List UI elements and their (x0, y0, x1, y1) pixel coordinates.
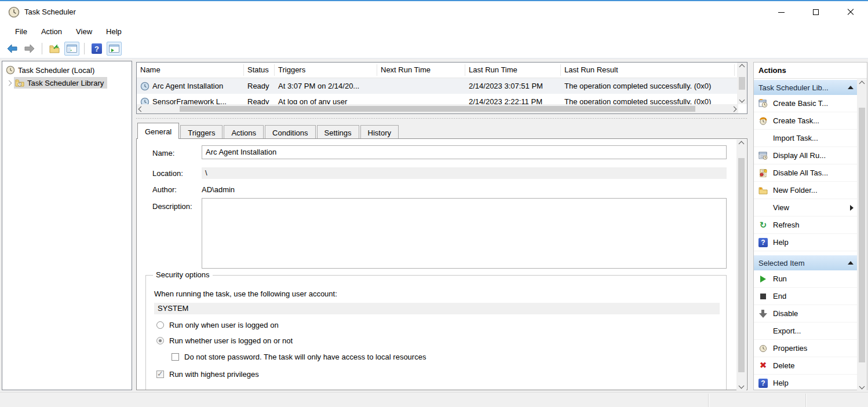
scrollbar-thumb[interactable] (180, 106, 695, 112)
scrollbar-thumb[interactable] (738, 158, 745, 372)
scroll-up-icon[interactable] (859, 81, 865, 87)
column-header-name[interactable]: Name (137, 64, 244, 76)
checkbox-unchecked-icon[interactable] (172, 353, 179, 361)
end-icon (758, 292, 768, 301)
action-properties[interactable]: Properties (754, 340, 858, 357)
menu-view[interactable]: View (69, 25, 99, 38)
run-highest-privileges-option[interactable]: Run with highest privileges (156, 370, 259, 379)
action-refresh[interactable]: ↻ Refresh (754, 217, 858, 234)
checkbox-checked-icon[interactable] (156, 371, 164, 378)
action-disable[interactable]: Disable (754, 305, 858, 322)
run-only-logged-on-option[interactable]: Run only when user is logged on (156, 321, 279, 329)
action-end[interactable]: End (754, 288, 858, 305)
menu-bar: File Action View Help (0, 23, 868, 39)
radio-unchecked-icon[interactable] (156, 321, 164, 329)
radio-checked-icon[interactable] (156, 337, 164, 344)
folder-clock-icon (15, 78, 24, 87)
task-list-horizontal-scrollbar[interactable] (137, 104, 738, 113)
expand-chevron-icon[interactable] (6, 80, 12, 86)
tab-history[interactable]: History (360, 125, 399, 139)
column-header-status[interactable]: Status (244, 64, 275, 76)
scroll-right-icon[interactable] (731, 106, 737, 112)
column-header-last-run-result[interactable]: Last Run Result (561, 64, 735, 76)
task-name: Arc Agent Installation (152, 78, 223, 94)
action-new-folder[interactable]: New Folder... (754, 182, 858, 199)
task-triggers: At 3:07 PM on 2/14/20... (275, 78, 377, 94)
name-label: Name: (152, 149, 174, 157)
scroll-up-icon[interactable] (739, 141, 745, 147)
minimize-button[interactable] (764, 1, 798, 23)
scrollbar-thumb[interactable] (859, 108, 865, 362)
forward-button[interactable] (22, 42, 37, 56)
table-row[interactable]: Arc Agent Installation Ready At 3:07 PM … (137, 78, 747, 94)
action-view[interactable]: View (754, 199, 858, 217)
action-import-task[interactable]: Import Task... (754, 130, 858, 147)
collapse-up-icon[interactable] (848, 86, 854, 89)
option-label: Run whether user is logged on or not (169, 336, 293, 345)
task-name-field[interactable]: Arc Agent Installation (202, 145, 727, 159)
action-label: Disable All Tas... (773, 168, 828, 177)
section-header-selected-item[interactable]: Selected Item (754, 255, 858, 270)
toolbar: ? (0, 39, 868, 58)
action-help[interactable]: ? Help (754, 234, 858, 251)
description-field[interactable] (202, 198, 727, 269)
tree-item-task-scheduler-local[interactable]: Task Scheduler (Local) (2, 64, 132, 76)
scroll-down-icon[interactable] (739, 97, 745, 103)
menu-action[interactable]: Action (34, 25, 69, 38)
tab-triggers[interactable]: Triggers (180, 125, 223, 139)
tab-general[interactable]: General (137, 123, 179, 139)
scrollbar-thumb[interactable] (739, 77, 745, 90)
status-bar (0, 392, 868, 407)
maximize-button[interactable] (798, 1, 833, 23)
task-list-vertical-scrollbar[interactable] (737, 63, 747, 104)
account-value: SYSTEM (154, 303, 720, 314)
tab-actions[interactable]: Actions (224, 125, 264, 139)
scroll-down-icon[interactable] (859, 384, 865, 390)
status-bar-divider (708, 394, 709, 407)
action-run[interactable]: Run (754, 270, 858, 288)
disable-all-history-icon (758, 168, 768, 178)
column-header-triggers[interactable]: Triggers (275, 64, 377, 76)
task-list-pane: Name Status Triggers Next Run Time Last … (136, 62, 747, 114)
scroll-up-icon[interactable] (739, 64, 745, 70)
section-header-task-scheduler-library[interactable]: Task Scheduler Lib... (754, 79, 858, 95)
export-list-button[interactable] (47, 42, 62, 56)
actions-pane-scrollbar[interactable] (857, 79, 867, 391)
column-header-last-run-time[interactable]: Last Run Time (465, 64, 561, 76)
column-header-next-run-time[interactable]: Next Run Time (377, 64, 465, 76)
general-tab-panel: Name: Arc Agent Installation Location: \… (136, 138, 747, 390)
show-hide-console-tree-button[interactable] (64, 42, 79, 56)
tab-settings[interactable]: Settings (317, 125, 359, 139)
action-help-selected[interactable]: ? Help (754, 375, 858, 391)
action-export[interactable]: Export... (754, 322, 858, 340)
action-label: End (773, 292, 786, 300)
console-tree-pane: Task Scheduler (Local) Task Scheduler Li… (2, 61, 132, 390)
create-task-icon (758, 116, 768, 126)
action-label: New Folder... (773, 186, 818, 195)
tree-item-task-scheduler-library[interactable]: Task Scheduler Library (2, 76, 132, 89)
close-button[interactable] (833, 1, 868, 23)
app-clock-icon (8, 6, 20, 18)
help-button[interactable]: ? (89, 42, 104, 56)
action-create-basic-task[interactable]: Create Basic T... (754, 95, 858, 112)
collapse-up-icon[interactable] (848, 261, 854, 265)
run-logged-on-or-not-option[interactable]: Run whether user is logged on or not (156, 336, 293, 345)
action-display-all-running[interactable]: Display All Ru... (754, 147, 858, 164)
help-icon: ? (758, 379, 768, 388)
menu-file[interactable]: File (8, 25, 34, 38)
tab-conditions[interactable]: Conditions (265, 125, 315, 139)
do-not-store-password-option[interactable]: Do not store password. The task will onl… (172, 353, 426, 361)
action-create-task[interactable]: Create Task... (754, 112, 858, 130)
scroll-down-icon[interactable] (739, 383, 745, 389)
scroll-left-icon[interactable] (138, 106, 144, 112)
author-value: AD\admin (202, 185, 235, 194)
action-delete[interactable]: ✖ Delete (754, 357, 858, 375)
pane-splitter[interactable] (136, 117, 747, 120)
general-panel-scrollbar[interactable] (736, 140, 746, 390)
action-disable-all-task-history[interactable]: Disable All Tas... (754, 164, 858, 182)
export-list-icon (49, 44, 60, 53)
menu-help[interactable]: Help (99, 25, 129, 38)
back-button[interactable] (5, 42, 20, 56)
task-list-header: Name Status Triggers Next Run Time Last … (137, 63, 747, 78)
show-hide-action-pane-button[interactable] (107, 42, 122, 56)
